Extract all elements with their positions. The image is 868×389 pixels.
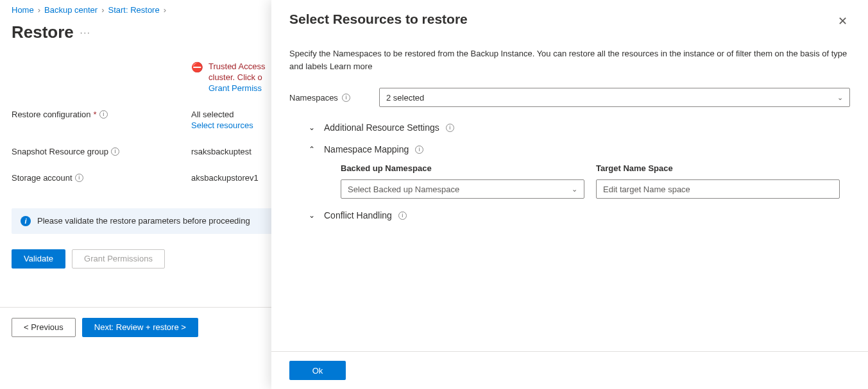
namespace-mapping-section[interactable]: ⌃ Namespace Mapping i <box>309 144 850 154</box>
chevron-down-icon: ⌄ <box>309 123 318 132</box>
info-icon[interactable]: i <box>398 211 407 220</box>
chevron-down-icon: ⌄ <box>572 185 577 194</box>
chevron-down-icon: ⌄ <box>309 211 318 220</box>
target-namespace-header: Target Name Space <box>596 163 840 173</box>
info-icon[interactable]: i <box>75 174 83 182</box>
error-text-2: cluster. Click o <box>208 72 262 82</box>
chevron-right-icon: › <box>164 5 166 15</box>
namespace-mapping-label: Namespace Mapping <box>324 144 409 154</box>
chevron-up-icon: ⌃ <box>309 145 318 154</box>
info-icon[interactable]: i <box>415 145 423 154</box>
breadcrumb-backup-center[interactable]: Backup center <box>44 5 98 15</box>
panel-title: Select Resources to restore <box>289 12 835 27</box>
namespaces-label: Namespaces <box>289 93 338 103</box>
additional-resource-settings-section[interactable]: ⌄ Additional Resource Settings i <box>309 122 850 133</box>
validate-button[interactable]: Validate <box>12 249 65 269</box>
restore-configuration-label: Restore configuration <box>12 110 91 119</box>
next-review-restore-button[interactable]: Next: Review + restore > <box>82 318 198 337</box>
additional-resource-settings-label: Additional Resource Settings <box>324 122 439 133</box>
panel-description: Specify the Namespaces to be restored fr… <box>289 47 850 72</box>
grant-permissions-button[interactable]: Grant Permissions <box>72 249 165 269</box>
restore-configuration-value: All selected <box>191 110 234 119</box>
info-icon[interactable]: i <box>99 110 108 119</box>
error-text-1: Trusted Access <box>208 62 265 71</box>
storage-account-label: Storage account <box>12 173 72 183</box>
info-icon: i <box>21 216 31 226</box>
info-icon[interactable]: i <box>342 94 350 102</box>
chevron-right-icon: › <box>38 5 40 15</box>
grant-permissions-link[interactable]: Grant Permiss <box>208 83 262 93</box>
select-resources-link[interactable]: Select resources <box>191 120 253 130</box>
close-icon[interactable]: ✕ <box>835 12 850 31</box>
error-icon: ⛔ <box>191 62 203 94</box>
backed-up-namespace-header: Backed up Namespace <box>341 163 584 173</box>
breadcrumb-home[interactable]: Home <box>12 5 34 15</box>
chevron-right-icon: › <box>101 5 104 15</box>
backed-up-namespace-dropdown[interactable]: Select Backed up Namespace ⌄ <box>341 179 584 199</box>
info-icon[interactable]: i <box>111 147 119 156</box>
conflict-handling-label: Conflict Handling <box>324 210 392 220</box>
ok-button[interactable]: Ok <box>289 361 346 380</box>
required-indicator: * <box>94 110 97 119</box>
more-icon[interactable]: ··· <box>80 28 91 37</box>
breadcrumb-start-restore[interactable]: Start: Restore <box>108 5 159 15</box>
page-title: Restore <box>12 22 74 42</box>
snapshot-resource-group-label: Snapshot Resource group <box>12 147 108 156</box>
previous-button[interactable]: < Previous <box>12 318 76 337</box>
chevron-down-icon: ⌄ <box>837 94 843 102</box>
conflict-handling-section[interactable]: ⌄ Conflict Handling i <box>309 210 850 220</box>
snapshot-resource-group-value: rsaksbackuptest <box>191 147 251 156</box>
select-resources-panel: Select Resources to restore ✕ Specify th… <box>271 0 868 389</box>
storage-account-value: aksbackupstorev1 <box>191 173 259 183</box>
target-namespace-input[interactable] <box>596 179 840 199</box>
validate-banner-text: Please validate the restore parameters b… <box>37 216 250 226</box>
namespaces-dropdown[interactable]: 2 selected ⌄ <box>379 88 850 107</box>
info-icon[interactable]: i <box>446 124 454 132</box>
backed-up-namespace-placeholder: Select Backed up Namespace <box>348 185 459 194</box>
namespaces-dropdown-value: 2 selected <box>386 93 424 103</box>
